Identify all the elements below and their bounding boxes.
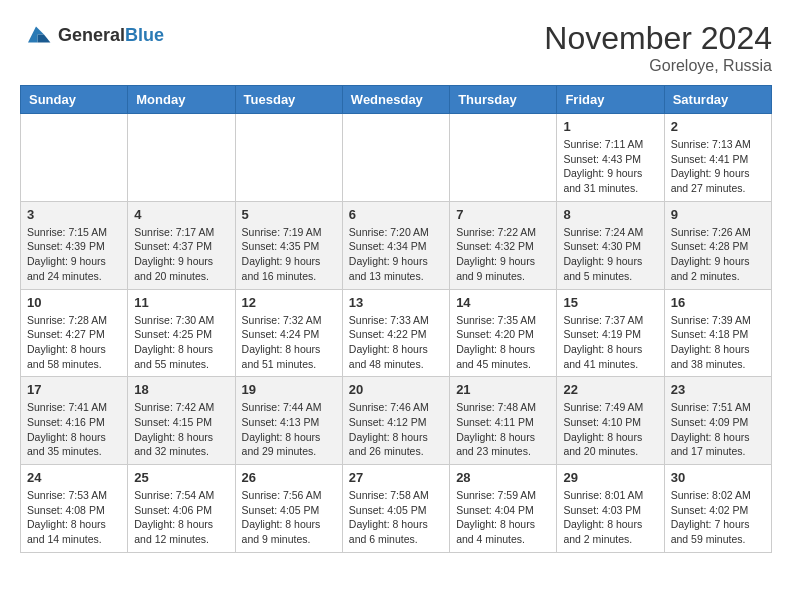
calendar-cell bbox=[128, 114, 235, 202]
day-number: 9 bbox=[671, 207, 765, 222]
day-header-monday: Monday bbox=[128, 86, 235, 114]
calendar-cell: 16Sunrise: 7:39 AM Sunset: 4:18 PM Dayli… bbox=[664, 289, 771, 377]
day-number: 17 bbox=[27, 382, 121, 397]
day-number: 15 bbox=[563, 295, 657, 310]
calendar-cell: 7Sunrise: 7:22 AM Sunset: 4:32 PM Daylig… bbox=[450, 201, 557, 289]
day-number: 1 bbox=[563, 119, 657, 134]
day-number: 2 bbox=[671, 119, 765, 134]
day-number: 26 bbox=[242, 470, 336, 485]
day-info: Sunrise: 7:32 AM Sunset: 4:24 PM Dayligh… bbox=[242, 313, 336, 372]
day-header-friday: Friday bbox=[557, 86, 664, 114]
calendar-cell: 26Sunrise: 7:56 AM Sunset: 4:05 PM Dayli… bbox=[235, 465, 342, 553]
day-number: 20 bbox=[349, 382, 443, 397]
day-info: Sunrise: 7:13 AM Sunset: 4:41 PM Dayligh… bbox=[671, 137, 765, 196]
day-header-saturday: Saturday bbox=[664, 86, 771, 114]
day-number: 25 bbox=[134, 470, 228, 485]
calendar-week-row: 24Sunrise: 7:53 AM Sunset: 4:08 PM Dayli… bbox=[21, 465, 772, 553]
day-info: Sunrise: 8:01 AM Sunset: 4:03 PM Dayligh… bbox=[563, 488, 657, 547]
day-number: 22 bbox=[563, 382, 657, 397]
day-header-sunday: Sunday bbox=[21, 86, 128, 114]
day-info: Sunrise: 7:20 AM Sunset: 4:34 PM Dayligh… bbox=[349, 225, 443, 284]
day-info: Sunrise: 7:42 AM Sunset: 4:15 PM Dayligh… bbox=[134, 400, 228, 459]
day-number: 27 bbox=[349, 470, 443, 485]
calendar-cell: 23Sunrise: 7:51 AM Sunset: 4:09 PM Dayli… bbox=[664, 377, 771, 465]
day-number: 29 bbox=[563, 470, 657, 485]
calendar-cell: 5Sunrise: 7:19 AM Sunset: 4:35 PM Daylig… bbox=[235, 201, 342, 289]
calendar-cell: 18Sunrise: 7:42 AM Sunset: 4:15 PM Dayli… bbox=[128, 377, 235, 465]
calendar-cell: 8Sunrise: 7:24 AM Sunset: 4:30 PM Daylig… bbox=[557, 201, 664, 289]
calendar-cell: 25Sunrise: 7:54 AM Sunset: 4:06 PM Dayli… bbox=[128, 465, 235, 553]
day-info: Sunrise: 7:11 AM Sunset: 4:43 PM Dayligh… bbox=[563, 137, 657, 196]
day-number: 5 bbox=[242, 207, 336, 222]
calendar-cell: 4Sunrise: 7:17 AM Sunset: 4:37 PM Daylig… bbox=[128, 201, 235, 289]
calendar-cell bbox=[235, 114, 342, 202]
calendar-cell: 28Sunrise: 7:59 AM Sunset: 4:04 PM Dayli… bbox=[450, 465, 557, 553]
day-number: 19 bbox=[242, 382, 336, 397]
svg-marker-1 bbox=[38, 34, 51, 42]
day-info: Sunrise: 7:28 AM Sunset: 4:27 PM Dayligh… bbox=[27, 313, 121, 372]
day-number: 8 bbox=[563, 207, 657, 222]
calendar-cell: 17Sunrise: 7:41 AM Sunset: 4:16 PM Dayli… bbox=[21, 377, 128, 465]
calendar-cell: 13Sunrise: 7:33 AM Sunset: 4:22 PM Dayli… bbox=[342, 289, 449, 377]
day-info: Sunrise: 8:02 AM Sunset: 4:02 PM Dayligh… bbox=[671, 488, 765, 547]
calendar-cell: 22Sunrise: 7:49 AM Sunset: 4:10 PM Dayli… bbox=[557, 377, 664, 465]
day-info: Sunrise: 7:59 AM Sunset: 4:04 PM Dayligh… bbox=[456, 488, 550, 547]
calendar-cell: 2Sunrise: 7:13 AM Sunset: 4:41 PM Daylig… bbox=[664, 114, 771, 202]
day-info: Sunrise: 7:22 AM Sunset: 4:32 PM Dayligh… bbox=[456, 225, 550, 284]
day-number: 30 bbox=[671, 470, 765, 485]
day-number: 18 bbox=[134, 382, 228, 397]
day-number: 3 bbox=[27, 207, 121, 222]
day-info: Sunrise: 7:35 AM Sunset: 4:20 PM Dayligh… bbox=[456, 313, 550, 372]
calendar-cell: 15Sunrise: 7:37 AM Sunset: 4:19 PM Dayli… bbox=[557, 289, 664, 377]
month-title: November 2024 bbox=[544, 20, 772, 57]
day-info: Sunrise: 7:54 AM Sunset: 4:06 PM Dayligh… bbox=[134, 488, 228, 547]
page-header: GeneralBlue November 2024 Goreloye, Russ… bbox=[20, 20, 772, 75]
day-number: 12 bbox=[242, 295, 336, 310]
day-number: 23 bbox=[671, 382, 765, 397]
title-block: November 2024 Goreloye, Russia bbox=[544, 20, 772, 75]
day-info: Sunrise: 7:33 AM Sunset: 4:22 PM Dayligh… bbox=[349, 313, 443, 372]
calendar-header-row: SundayMondayTuesdayWednesdayThursdayFrid… bbox=[21, 86, 772, 114]
calendar-cell: 29Sunrise: 8:01 AM Sunset: 4:03 PM Dayli… bbox=[557, 465, 664, 553]
logo: GeneralBlue bbox=[20, 20, 164, 52]
day-number: 11 bbox=[134, 295, 228, 310]
calendar-cell: 9Sunrise: 7:26 AM Sunset: 4:28 PM Daylig… bbox=[664, 201, 771, 289]
day-number: 13 bbox=[349, 295, 443, 310]
day-header-thursday: Thursday bbox=[450, 86, 557, 114]
logo-icon bbox=[20, 20, 52, 52]
day-number: 7 bbox=[456, 207, 550, 222]
calendar-cell bbox=[342, 114, 449, 202]
day-info: Sunrise: 7:24 AM Sunset: 4:30 PM Dayligh… bbox=[563, 225, 657, 284]
day-info: Sunrise: 7:48 AM Sunset: 4:11 PM Dayligh… bbox=[456, 400, 550, 459]
calendar-cell bbox=[450, 114, 557, 202]
day-info: Sunrise: 7:58 AM Sunset: 4:05 PM Dayligh… bbox=[349, 488, 443, 547]
calendar-cell: 21Sunrise: 7:48 AM Sunset: 4:11 PM Dayli… bbox=[450, 377, 557, 465]
calendar-cell: 3Sunrise: 7:15 AM Sunset: 4:39 PM Daylig… bbox=[21, 201, 128, 289]
calendar-table: SundayMondayTuesdayWednesdayThursdayFrid… bbox=[20, 85, 772, 553]
day-info: Sunrise: 7:39 AM Sunset: 4:18 PM Dayligh… bbox=[671, 313, 765, 372]
logo-blue: Blue bbox=[125, 25, 164, 45]
calendar-cell: 11Sunrise: 7:30 AM Sunset: 4:25 PM Dayli… bbox=[128, 289, 235, 377]
day-number: 14 bbox=[456, 295, 550, 310]
calendar-week-row: 3Sunrise: 7:15 AM Sunset: 4:39 PM Daylig… bbox=[21, 201, 772, 289]
day-number: 28 bbox=[456, 470, 550, 485]
calendar-cell: 19Sunrise: 7:44 AM Sunset: 4:13 PM Dayli… bbox=[235, 377, 342, 465]
day-info: Sunrise: 7:15 AM Sunset: 4:39 PM Dayligh… bbox=[27, 225, 121, 284]
calendar-week-row: 17Sunrise: 7:41 AM Sunset: 4:16 PM Dayli… bbox=[21, 377, 772, 465]
day-info: Sunrise: 7:30 AM Sunset: 4:25 PM Dayligh… bbox=[134, 313, 228, 372]
calendar-cell: 6Sunrise: 7:20 AM Sunset: 4:34 PM Daylig… bbox=[342, 201, 449, 289]
day-info: Sunrise: 7:46 AM Sunset: 4:12 PM Dayligh… bbox=[349, 400, 443, 459]
day-info: Sunrise: 7:37 AM Sunset: 4:19 PM Dayligh… bbox=[563, 313, 657, 372]
calendar-week-row: 1Sunrise: 7:11 AM Sunset: 4:43 PM Daylig… bbox=[21, 114, 772, 202]
logo-general: General bbox=[58, 25, 125, 45]
day-header-wednesday: Wednesday bbox=[342, 86, 449, 114]
day-number: 6 bbox=[349, 207, 443, 222]
calendar-cell: 20Sunrise: 7:46 AM Sunset: 4:12 PM Dayli… bbox=[342, 377, 449, 465]
day-info: Sunrise: 7:53 AM Sunset: 4:08 PM Dayligh… bbox=[27, 488, 121, 547]
location: Goreloye, Russia bbox=[544, 57, 772, 75]
day-number: 21 bbox=[456, 382, 550, 397]
day-number: 4 bbox=[134, 207, 228, 222]
day-info: Sunrise: 7:26 AM Sunset: 4:28 PM Dayligh… bbox=[671, 225, 765, 284]
day-header-tuesday: Tuesday bbox=[235, 86, 342, 114]
day-info: Sunrise: 7:41 AM Sunset: 4:16 PM Dayligh… bbox=[27, 400, 121, 459]
